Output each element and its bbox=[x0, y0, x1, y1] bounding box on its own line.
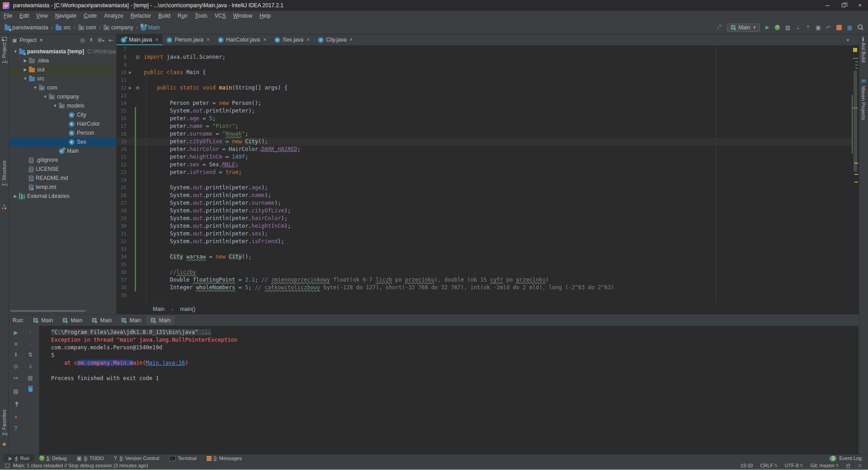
tree-row-src[interactable]: ▼src bbox=[9, 74, 116, 83]
caret-position-widget[interactable]: 19:33 bbox=[741, 463, 753, 468]
console-layout-icon[interactable]: ▤ bbox=[12, 388, 20, 395]
sidebar-item-favorites[interactable]: 2: Favorites bbox=[1, 409, 7, 435]
editor-scrollbar[interactable] bbox=[854, 70, 857, 172]
gear-icon[interactable]: ⚙▾ bbox=[98, 37, 104, 43]
line-separator-widget[interactable]: CRLF⇅ bbox=[760, 463, 777, 468]
code-line[interactable]: 20 peter.hairColor = HairColor.DARK_HAIR… bbox=[117, 146, 852, 153]
collapsed-arrow-icon[interactable]: ▶ bbox=[22, 58, 29, 63]
code-line[interactable]: 22 peter.sex = Sex.MALE; bbox=[117, 161, 852, 169]
run-line-icon[interactable]: ▶ bbox=[127, 70, 134, 75]
collapse-all-icon[interactable]: ↟ bbox=[89, 37, 94, 43]
sidebar-item-ant-build[interactable]: Ant Build bbox=[861, 42, 866, 62]
print-icon[interactable]: ▤ bbox=[26, 375, 34, 381]
error-stripe[interactable] bbox=[852, 46, 859, 314]
breadcrumb-item-company[interactable]: company bbox=[104, 24, 133, 31]
expanded-arrow-icon[interactable]: ▼ bbox=[12, 49, 19, 54]
project-structure-icon[interactable]: ▦ bbox=[847, 24, 852, 31]
sidebar-item-maven-projects[interactable]: Maven Projects bbox=[861, 86, 866, 120]
sidebar-item-project[interactable]: 1: Project bbox=[1, 42, 7, 63]
tree-row-company[interactable]: ▼company bbox=[9, 92, 116, 101]
breadcrumb-item-panstwamiasta[interactable]: panstwamiasta bbox=[5, 24, 48, 31]
code-line[interactable]: 8⊟import java.util.Scanner; bbox=[117, 53, 852, 61]
tree-row-models[interactable]: ▼models bbox=[9, 101, 116, 110]
tree-row-panstwamiasta-temp-[interactable]: ▼panstwamiasta [temp]C:\Workspac bbox=[9, 47, 116, 56]
tab-main-java[interactable]: Main.java× bbox=[117, 34, 162, 45]
code-line[interactable]: 11 bbox=[117, 76, 852, 84]
event-log-button[interactable]: 3 Event Log bbox=[830, 456, 864, 461]
code-line[interactable]: 7 bbox=[117, 46, 852, 53]
locate-icon[interactable]: ◎ bbox=[80, 37, 85, 43]
chevron-down-icon[interactable]: ▼ bbox=[39, 38, 43, 42]
toolwindow-button-0-messages[interactable]: 0: Messages bbox=[202, 455, 247, 462]
menu-item-help[interactable]: Help bbox=[256, 13, 274, 19]
vcs-update-icon[interactable]: ⇣ bbox=[796, 24, 800, 31]
menu-item-refactor[interactable]: Refactor bbox=[127, 13, 155, 19]
code-line[interactable]: 29 System.out.println(peter.hairColor); bbox=[117, 215, 852, 222]
import-thread-dump-icon[interactable]: ⇓ bbox=[26, 363, 34, 370]
exit-fullscreen-icon[interactable] bbox=[836, 25, 842, 30]
code-line[interactable]: 14 Person peter = new Person(); bbox=[117, 99, 852, 107]
code-line[interactable]: 19 peter.cityOfLive = new City(); bbox=[117, 138, 852, 146]
toolwindow-button-4-run[interactable]: ▶4: Run bbox=[4, 455, 34, 462]
code-line[interactable]: 37 Double floatingPoint = 2.1; // zmienn… bbox=[117, 276, 852, 284]
code-line[interactable]: 9 bbox=[117, 61, 852, 69]
tree-row-external-libraries[interactable]: ▶External Libraries bbox=[9, 192, 116, 201]
code-line[interactable]: 35 bbox=[117, 261, 852, 268]
help-icon[interactable]: ? bbox=[12, 425, 20, 432]
expanded-arrow-icon[interactable]: ▼ bbox=[42, 94, 49, 99]
code-line[interactable]: 39 bbox=[117, 291, 852, 299]
code-line[interactable]: 10▶public class Main { bbox=[117, 69, 852, 76]
tab-haircolor-java[interactable]: HairColor.java× bbox=[214, 34, 270, 45]
code-line[interactable]: 21 peter.heightInCm = 149f; bbox=[117, 153, 852, 161]
exit-icon[interactable]: ↦ bbox=[12, 375, 20, 381]
project-panel-title[interactable]: Project bbox=[19, 37, 36, 43]
tree-row-readme-md[interactable]: README.md bbox=[9, 174, 116, 183]
git-branch-widget[interactable]: Git: master⇅ bbox=[810, 463, 839, 468]
breadcrumb-item-com[interactable]: com bbox=[78, 24, 96, 31]
swap-output-icon[interactable]: ⇅ bbox=[26, 352, 34, 358]
stop-icon[interactable]: ■ bbox=[12, 341, 20, 347]
minimize-button[interactable] bbox=[819, 0, 835, 11]
breadcrumb-item-src[interactable]: src bbox=[56, 24, 71, 31]
code-line[interactable]: 16 peter.age = 5; bbox=[117, 115, 852, 122]
code-line[interactable]: 32 System.out.println(peter.isFriend); bbox=[117, 238, 852, 245]
recent-changes-icon[interactable]: ▣ bbox=[816, 24, 821, 31]
expanded-arrow-icon[interactable]: ▼ bbox=[32, 85, 39, 90]
menu-item-file[interactable]: File bbox=[0, 13, 16, 19]
close-button[interactable]: × bbox=[852, 0, 868, 11]
code-line[interactable]: 28 System.out.println(peter.cityOfLive); bbox=[117, 207, 852, 215]
menu-item-view[interactable]: View bbox=[33, 13, 52, 19]
breadcrumb-method[interactable]: main() bbox=[180, 306, 195, 312]
menu-item-vcs[interactable]: VCS bbox=[211, 13, 230, 19]
code-line[interactable]: 15 System.out.println(peter); bbox=[117, 107, 852, 115]
tab-sex-java[interactable]: Sex.java× bbox=[270, 34, 314, 45]
tree-row-sex[interactable]: Sex bbox=[9, 137, 116, 146]
editor-area[interactable]: Main.java×Person.java×HairColor.java×Sex… bbox=[117, 34, 852, 314]
hide-panel-icon[interactable]: ⇤ bbox=[108, 37, 113, 43]
pause-icon[interactable]: ‖ bbox=[12, 352, 20, 358]
console-output[interactable]: "C:\Program Files\Java\jdk1.8.0_131\bin\… bbox=[39, 326, 859, 454]
close-tab-icon[interactable]: × bbox=[155, 37, 158, 43]
code-line[interactable]: 38 Integer wholeNumbers = 5; // całkowit… bbox=[117, 284, 852, 291]
code-line[interactable]: 25 System.out.println(peter.age); bbox=[117, 184, 852, 192]
code-line[interactable]: 24 bbox=[117, 176, 852, 184]
run-icon[interactable]: ▶ bbox=[765, 24, 769, 30]
menu-item-edit[interactable]: Edit bbox=[16, 13, 33, 19]
toolwindow-button-5-debug[interactable]: 5: Debug bbox=[34, 455, 72, 462]
toolwindow-quick-access-icon[interactable] bbox=[5, 464, 9, 468]
tree-row--gitignore[interactable]: .gitignore bbox=[9, 155, 116, 164]
code-line[interactable]: 18 peter.surname = "Nowak"; bbox=[117, 130, 852, 138]
tree-row-main[interactable]: Main bbox=[9, 146, 116, 155]
tab-person-java[interactable]: Person.java× bbox=[162, 34, 213, 45]
run-tab-4[interactable]: Main bbox=[117, 316, 145, 325]
camera-icon[interactable]: ⊙ bbox=[12, 363, 20, 370]
hector-inspection-icon[interactable]: ☺ bbox=[857, 462, 863, 469]
close-tab-icon[interactable]: × bbox=[207, 37, 210, 43]
toolwindow-button-6-todo[interactable]: ▣6: TODO bbox=[72, 455, 109, 462]
restore-button[interactable] bbox=[835, 0, 852, 11]
close-tab-icon[interactable]: × bbox=[349, 37, 353, 43]
toolwindow-button-terminal[interactable]: Terminal bbox=[164, 455, 202, 462]
breadcrumb-class[interactable]: Main bbox=[153, 306, 165, 312]
toolwindow-button-9-version-control[interactable]: Y9: Version Control bbox=[109, 455, 164, 462]
encoding-widget[interactable]: UTF-8⇅ bbox=[785, 463, 803, 468]
